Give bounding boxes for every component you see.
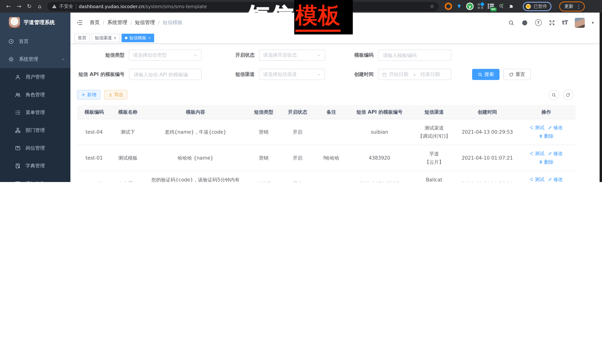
test-action-link[interactable]: 测试	[529, 150, 544, 157]
cell-code: test-01	[77, 145, 111, 171]
export-button[interactable]: 导出	[104, 90, 128, 100]
edit-action-link[interactable]: 修改	[548, 176, 563, 182]
breadcrumb-separator: /	[130, 20, 132, 26]
cell-content: 老鸡{name}，牛逼{code}	[145, 119, 247, 145]
cell-content: 哈哈哈 {name}	[145, 145, 247, 171]
create-time-range-picker[interactable]: 开始日期 - 结束日期	[378, 69, 451, 80]
trash-icon	[539, 160, 543, 164]
extension-y-icon[interactable]: y	[466, 3, 473, 10]
tab-sms-template[interactable]: 短信模板	[122, 34, 154, 42]
cell-api-id: 4383920	[348, 145, 411, 171]
download-icon	[108, 93, 113, 97]
end-date-placeholder: 结束日期	[420, 71, 440, 78]
test-action-link[interactable]: 测试	[529, 176, 544, 182]
extension-ring-icon[interactable]	[445, 3, 452, 10]
api-template-id-input[interactable]	[133, 71, 197, 78]
breadcrumb-item[interactable]: 短信管理	[135, 19, 155, 26]
extension-list-icon[interactable]: on	[488, 3, 494, 9]
sidebar-item-users[interactable]: 用户管理	[0, 68, 70, 86]
column-header: 备注	[314, 105, 348, 119]
sidebar-item-label: 首页	[19, 38, 29, 45]
address-bar[interactable]: 不安全 dashboard.yudao.iocoder.cn/system/sm…	[47, 2, 439, 11]
share-icon	[529, 151, 534, 156]
edit-action-link[interactable]: 修改	[548, 124, 563, 132]
browser-home-button[interactable]: ⌂	[35, 1, 44, 11]
github-icon[interactable]	[521, 19, 528, 26]
cell-api-id: suibian	[348, 119, 411, 145]
sidebar-item-notices[interactable]: 通知公告	[0, 175, 70, 182]
sidebar-item-posts[interactable]: 岗位管理	[0, 139, 70, 157]
warning-triangle-icon	[52, 4, 57, 9]
close-icon[interactable]	[148, 37, 151, 39]
chevron-up-icon	[61, 57, 65, 61]
add-button[interactable]: 新增	[77, 90, 100, 100]
browser-menu-dots-icon: ⋮	[576, 3, 581, 9]
help-icon[interactable]: ?	[535, 19, 542, 26]
search-icon[interactable]	[508, 20, 514, 26]
sms-type-select[interactable]: 请选择短信类型	[129, 50, 202, 61]
cell-status: 开启	[281, 145, 314, 171]
test-action-link[interactable]: 测试	[529, 124, 544, 132]
browser-back-button[interactable]: ←	[4, 1, 13, 11]
sidebar-item-menus[interactable]: 菜单管理	[0, 104, 70, 122]
sidebar-item-label: 岗位管理	[26, 145, 45, 151]
delete-action-link[interactable]: 删除	[539, 132, 554, 140]
cell-remark	[314, 119, 348, 145]
browser-profile-chip[interactable]: 已暂停	[523, 2, 551, 11]
font-size-icon[interactable]: tT	[562, 19, 568, 26]
extension-grid-icon[interactable]	[478, 3, 484, 9]
avatar-caret-icon[interactable]: ▾	[592, 20, 594, 25]
cell-type: 营销	[247, 145, 281, 171]
hamburger-icon	[76, 19, 83, 26]
search-button[interactable]: 搜索	[472, 69, 500, 80]
cell-name: 公告通知	[111, 171, 145, 182]
tab-sms-channel[interactable]: 短信渠道	[92, 34, 120, 42]
sidebar-item-home[interactable]: 首页	[0, 32, 70, 50]
channel-name: Ballcat	[414, 176, 455, 182]
org-chart-icon	[15, 127, 21, 133]
extension-gem-icon[interactable]	[456, 3, 462, 9]
extensions-puzzle-icon[interactable]	[508, 3, 514, 9]
date-separator: -	[411, 72, 418, 77]
browser-forward-button[interactable]: →	[14, 1, 24, 11]
breadcrumb-item-current: 短信模板	[162, 19, 183, 26]
security-status-label[interactable]: 不安全	[59, 3, 73, 10]
tab-home[interactable]: 首页	[75, 34, 90, 42]
close-icon[interactable]	[114, 37, 116, 39]
reset-button[interactable]: 重置	[503, 69, 531, 80]
url-text[interactable]: dashboard.yudao.iocoder.cn/system/sms/sm…	[79, 3, 207, 9]
avatar[interactable]	[575, 18, 585, 28]
extensions-area: y on 已暂停 更新 ⋮	[445, 1, 585, 11]
channel-select[interactable]: 请选择短信渠道	[259, 69, 325, 80]
calendar-icon	[382, 72, 387, 77]
column-header: 短信 API 的模板编号	[348, 105, 411, 119]
app-logo-row[interactable]: 芋道管理系统	[0, 13, 70, 32]
edit-icon	[548, 151, 552, 156]
bookmark-star-icon[interactable]: ☆	[430, 3, 434, 9]
breadcrumb-separator: /	[158, 20, 160, 26]
breadcrumb-item[interactable]: 首页	[90, 19, 100, 26]
tab-label: 首页	[78, 35, 86, 41]
fullscreen-icon[interactable]	[549, 20, 555, 26]
trash-icon	[539, 134, 543, 138]
status-select[interactable]: 请选择开启状态	[259, 50, 325, 61]
browser-reload-button[interactable]: ↻	[24, 1, 34, 11]
api-template-id-label: 短信 API 的模板编号	[77, 71, 129, 78]
header-actions: ? tT ▾	[508, 18, 594, 28]
sidebar-item-departments[interactable]: 部门管理	[0, 122, 70, 139]
sidebar-item-roles[interactable]: 角色管理	[0, 86, 70, 104]
edit-action-link[interactable]: 修改	[548, 150, 563, 157]
delete-action-link[interactable]: 删除	[539, 158, 554, 166]
message-icon	[15, 181, 21, 182]
sidebar-item-system[interactable]: 系统管理	[0, 50, 70, 68]
refresh-table-button[interactable]	[563, 90, 573, 100]
page-scrollbar[interactable]	[599, 13, 602, 182]
breadcrumb-separator: /	[103, 20, 104, 26]
template-code-input[interactable]	[382, 52, 447, 58]
browser-update-menu-button[interactable]: 更新 ⋮	[559, 1, 585, 11]
show-search-button[interactable]	[549, 90, 559, 100]
sidebar-item-dictionary[interactable]: 字典管理	[0, 157, 70, 175]
extension-magnifier-icon[interactable]	[498, 3, 504, 9]
sidebar-collapse-button[interactable]	[75, 18, 85, 27]
breadcrumb-item[interactable]: 系统管理	[107, 19, 127, 26]
